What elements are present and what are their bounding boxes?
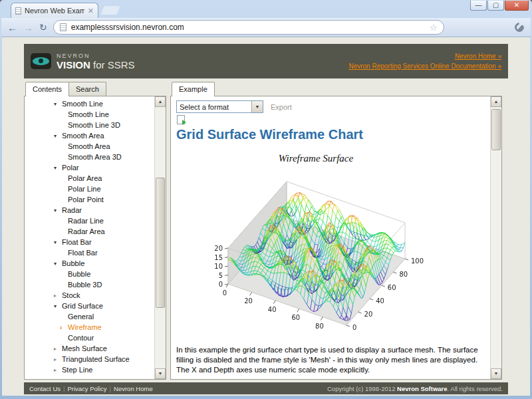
tree-item[interactable]: ▸Step Line [25,364,154,375]
nevron-home-link[interactable]: Nevron Home » [455,53,501,60]
tree-expanded-icon[interactable]: ▾ [54,165,62,171]
tree-expanded-icon[interactable]: ▾ [54,239,62,245]
refresh-button[interactable]: ↻ [39,23,47,32]
tree-item[interactable]: Radar Area [25,226,154,237]
close-window-button[interactable]: ✕ [505,1,529,11]
tree-item[interactable]: ▸Triangulated Surface [25,354,154,364]
address-bar[interactable]: examplesssrsvision.nevron.com ☆ [53,20,444,35]
tree-item-label: Bubble [62,259,84,267]
privacy-policy-link[interactable]: Privacy Policy [67,385,106,392]
tree-item[interactable]: ▾Bubble [25,258,154,269]
nevron-home-footer-link[interactable]: Nevron Home [114,385,153,392]
tree-item-selected[interactable]: ›Wireframe [25,322,154,332]
tree-item[interactable]: Polar Point [25,194,154,205]
tree-item-label: Smooth Area 3D [68,153,122,161]
tree-item[interactable]: General [25,311,154,322]
tree-expanded-icon[interactable]: ▾ [54,207,62,213]
tree-item[interactable]: ▸Stock [25,290,154,301]
tree-item[interactable]: ▾Smooth Area [25,130,154,141]
browser-tab[interactable]: Nevron Web Examp ✕ [11,3,98,18]
window-titlebar[interactable]: Nevron Web Examp ✕ — ▢ ✕ [0,0,532,18]
page-icon [60,23,66,31]
tree-item[interactable]: Bubble [25,269,154,279]
tree-expanded-icon[interactable]: ▾ [54,133,62,139]
new-tab-button[interactable] [100,6,120,15]
tree-item-label: Triangulated Surface [62,355,130,363]
tab-example[interactable]: Example [172,82,215,96]
logo-line2: VISION for SSRS [57,59,135,70]
browser-toolbar: ← → ↻ examplesssrsvision.nevron.com ☆ [1,18,531,37]
maximize-button[interactable]: ▢ [487,1,504,11]
tree-collapsed-icon[interactable]: ▸ [54,356,62,362]
tree-item[interactable]: ▾Polar [25,162,154,173]
content-scrollbar-thumb[interactable] [491,109,501,150]
tree-item[interactable]: Smooth Area 3D [25,152,154,162]
logo-line2-rest: for SSRS [90,59,135,70]
tree-item-label: Bubble [68,270,90,278]
tree-collapsed-icon[interactable]: ▸ [54,346,62,352]
tree-item[interactable]: ▾Radar [25,205,154,215]
content-scrollbar[interactable]: ▲ ▼ [490,96,501,379]
tree-item-label: Smooth Area [68,142,110,150]
tree-item[interactable]: Polar Line [25,184,154,194]
export-button[interactable]: Export [271,103,292,111]
export-file-icon[interactable] [177,115,185,124]
tree-item[interactable]: ▾Float Bar [25,237,154,247]
bookmark-star-icon[interactable]: ☆ [430,23,438,33]
sidebar-scrollbar-thumb[interactable] [156,178,165,308]
tree-item[interactable]: Polar Area [25,173,154,184]
url-text[interactable]: examplesssrsvision.nevron.com [71,23,425,32]
tree-item[interactable]: Smooth Line 3D [25,120,154,130]
contact-us-link[interactable]: Contact Us [29,385,61,392]
scroll-up-icon[interactable]: ▲ [491,96,501,107]
dropdown-arrow-icon[interactable]: ▼ [251,101,263,112]
footer-links: Contact Us|Privacy Policy|Nevron Home [29,385,153,392]
wireframe-chart: Wireframe Surface [176,150,456,341]
forward-button[interactable]: → [23,23,33,33]
tree-collapsed-icon[interactable]: ▸ [54,293,62,299]
tree-item[interactable]: Bubble 3D [25,279,154,290]
tree-item-label: General [68,313,94,321]
tree-item-label: Radar Area [68,227,105,235]
tree-item[interactable]: ▾Grid Surface [25,301,154,311]
tree-item[interactable]: Smooth Line [25,109,154,120]
sidebar-tree: ▾Smooth LineSmooth LineSmooth Line 3D▾Sm… [25,98,154,378]
footer-separator: | [63,385,65,392]
scroll-down-icon[interactable]: ▼ [155,368,166,379]
tree-item[interactable]: Float Bar [25,247,154,258]
minimize-button[interactable]: — [470,1,487,11]
scroll-up-icon[interactable]: ▲ [155,96,166,107]
tree-item-label: Polar Line [68,185,101,193]
tree-expanded-icon[interactable]: ▾ [54,101,62,107]
tree-item[interactable]: Contour [25,332,154,343]
example-description: In this example the grid surface chart t… [176,345,484,376]
copyright-text: Copyright (c) 1998-2012 Nevron Software.… [327,385,503,392]
tab-contents[interactable]: Contents [25,82,69,96]
tree-item-label: Stock [62,291,80,299]
back-button[interactable]: ← [7,23,17,33]
page-title: Grid Surface Wireframe Chart [176,127,363,142]
tab-close-icon[interactable]: ✕ [88,7,94,15]
wireframe-chart-canvas [176,164,456,340]
tree-item[interactable]: Radar Line [25,215,154,226]
tree-item[interactable]: Smooth Area [25,141,154,152]
nevron-logo[interactable]: NEVRON VISION for SSRS [31,53,135,70]
format-select[interactable]: Select a format ▼ [176,100,263,113]
copyright-prefix: Copyright (c) 1998-2012 [327,385,397,392]
tree-item[interactable]: ▸Mesh Surface [25,343,154,354]
tree-item-label: Radar [62,206,82,214]
copyright-company: Nevron Software [397,385,448,392]
tree-collapsed-icon[interactable]: ▸ [54,367,62,373]
nevron-docs-link[interactable]: Nevron Reporting Services Online Documen… [348,63,501,70]
tree-item-label: Float Bar [68,249,98,257]
sidebar-scrollbar[interactable]: ▲ ▼ [154,96,166,379]
copyright-suffix: . All rights reserved. [448,385,503,392]
tree-item-label: Smooth Line [68,110,109,118]
tree-expanded-icon[interactable]: ▾ [54,261,62,267]
tab-search[interactable]: Search [68,82,106,96]
tree-item-label: Polar Area [68,174,102,182]
tree-expanded-icon[interactable]: ▾ [54,303,62,309]
wrench-menu-icon[interactable] [514,22,525,33]
scroll-down-icon[interactable]: ▼ [491,368,501,379]
tree-item[interactable]: ▾Smooth Line [25,98,154,109]
